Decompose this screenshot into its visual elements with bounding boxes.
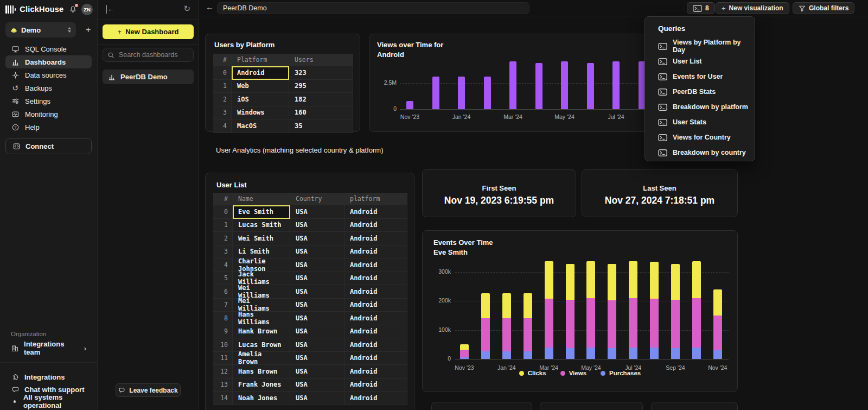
table-cell[interactable]: Windows [232, 106, 289, 120]
table-cell[interactable]: Android [344, 338, 407, 352]
bar-segment-clicks[interactable] [481, 293, 490, 318]
dashboard-search[interactable] [103, 48, 194, 62]
bar-segment-views[interactable] [502, 318, 511, 351]
bar-segment-views[interactable] [566, 300, 575, 348]
refresh-icon[interactable]: ↻ [183, 4, 190, 14]
new-visualization-button[interactable]: + New visualization [716, 2, 789, 14]
query-item[interactable]: Views by Platform by Day [658, 39, 750, 54]
table-row[interactable]: 2iOS182 [213, 93, 353, 106]
table-cell[interactable]: Lucas Brown [233, 338, 290, 352]
query-item[interactable]: User Stats [658, 115, 750, 130]
bar-segment-clicks[interactable] [460, 344, 469, 350]
table-cell[interactable]: Android [344, 379, 407, 392]
table-cell[interactable]: Amelia Brown [233, 352, 290, 365]
bar[interactable] [432, 77, 439, 109]
avatar[interactable]: ZN [81, 4, 93, 15]
bar-segment-views[interactable] [524, 318, 532, 351]
sidebar-item-sql-console[interactable]: SQL Console [5, 42, 92, 55]
table-row[interactable]: 3Li SmithUSAAndroid [213, 245, 407, 259]
bar-segment-purchases[interactable] [481, 351, 490, 359]
table-cell[interactable]: USA [290, 245, 344, 259]
legend-item-purchases[interactable]: Purchases [601, 370, 641, 376]
sidebar-item-integrations[interactable]: Integrations [5, 371, 92, 383]
table-cell[interactable]: Android [232, 66, 289, 80]
table-cell[interactable]: USA [290, 219, 344, 232]
table-cell[interactable]: Android [344, 219, 407, 232]
sidebar-item-dashboards[interactable]: Dashboards [5, 55, 92, 68]
bar[interactable] [484, 77, 491, 109]
sidebar-item-backups[interactable]: ↺ Backups [5, 81, 92, 94]
collapse-panel-icon[interactable]: ← [106, 5, 114, 14]
table-cell[interactable]: USA [290, 232, 344, 245]
table-row[interactable]: 4MacOS35 [213, 119, 353, 133]
bar-segment-views[interactable] [671, 300, 680, 348]
bar-segment-purchases[interactable] [692, 348, 701, 359]
bar-segment-purchases[interactable] [586, 348, 595, 359]
sidebar-item-integrations-team[interactable]: Integrations team › [5, 342, 92, 354]
table-cell[interactable]: USA [290, 205, 344, 219]
workspace-select[interactable]: Demo [5, 22, 76, 37]
table-cell[interactable]: Web [232, 80, 289, 93]
add-service-button[interactable]: + [81, 25, 95, 35]
query-item[interactable]: Breakdown by country [658, 145, 750, 160]
table-cell[interactable]: USA [290, 352, 344, 365]
system-status-item[interactable]: All systems operational [5, 395, 92, 407]
bar-segment-purchases[interactable] [460, 357, 469, 359]
bar-segment-clicks[interactable] [713, 289, 722, 316]
table-row[interactable]: 7Mei WilliamsUSAAndroid [213, 299, 407, 312]
table-cell[interactable]: Mei Williams [233, 299, 290, 312]
notifications-bell-icon[interactable] [69, 5, 78, 14]
query-item[interactable]: User List [658, 54, 750, 69]
table-cell[interactable]: USA [290, 325, 344, 339]
table-cell[interactable]: USA [290, 272, 344, 286]
table-cell[interactable]: 295 [289, 80, 353, 93]
bar[interactable] [535, 63, 542, 109]
dashboard-list-item[interactable]: PeerDB Demo [103, 70, 194, 84]
leave-feedback-button[interactable]: Leave feedback [116, 383, 181, 397]
table-cell[interactable]: Frank Jones [233, 379, 290, 392]
table-cell[interactable]: USA [290, 299, 344, 312]
table-cell[interactable]: MacOS [232, 119, 289, 133]
sidebar-item-help[interactable]: ? Help [5, 121, 92, 134]
bar[interactable] [612, 61, 620, 109]
table-cell[interactable]: Hans Brown [233, 365, 290, 379]
query-item[interactable]: PeerDB Stats [658, 84, 750, 99]
bar-segment-views[interactable] [713, 316, 722, 350]
bar-segment-views[interactable] [650, 299, 659, 348]
table-cell[interactable]: USA [290, 285, 344, 299]
table-cell[interactable]: USA [290, 379, 344, 392]
bar-segment-purchases[interactable] [671, 348, 680, 359]
table-cell[interactable]: Android [344, 205, 407, 219]
bar[interactable] [561, 61, 568, 109]
table-cell[interactable]: 323 [289, 66, 353, 80]
table-cell[interactable]: iOS [232, 93, 289, 106]
bar-segment-views[interactable] [460, 350, 469, 357]
bar-segment-clicks[interactable] [566, 264, 575, 300]
bar-segment-purchases[interactable] [502, 351, 511, 359]
table-cell[interactable]: Android [344, 285, 407, 299]
table-row[interactable]: 10Lucas BrownUSAAndroid [213, 338, 407, 352]
table-cell[interactable]: 160 [289, 106, 353, 120]
table-cell[interactable]: Jack Williams [233, 272, 290, 286]
table-cell[interactable]: Android [344, 325, 407, 339]
bar-segment-views[interactable] [586, 298, 595, 348]
table-cell[interactable]: USA [290, 365, 344, 379]
bar-segment-purchases[interactable] [566, 348, 575, 359]
bar-segment-clicks[interactable] [650, 262, 659, 299]
table-cell[interactable]: Android [344, 299, 407, 312]
table-cell[interactable]: Android [344, 258, 407, 272]
bar-segment-views[interactable] [545, 299, 553, 348]
table-cell[interactable]: USA [290, 392, 344, 405]
table-cell[interactable]: Android [344, 352, 407, 365]
bar-segment-views[interactable] [481, 318, 490, 351]
table-cell[interactable]: Android [344, 272, 407, 286]
bar-segment-clicks[interactable] [692, 261, 701, 298]
table-cell[interactable]: Android [344, 245, 407, 259]
bar-segment-purchases[interactable] [650, 348, 659, 359]
table-row[interactable]: 2Wei SmithUSAAndroid [213, 232, 407, 245]
table-cell[interactable]: Eve Smith [233, 205, 290, 219]
table-row[interactable]: 8Hans WilliamsUSAAndroid [213, 312, 407, 325]
back-arrow-icon[interactable]: ← [206, 2, 214, 11]
table-cell[interactable]: Noah Jones [233, 392, 290, 405]
table-row[interactable]: 9Hank BrownUSAAndroid [213, 325, 407, 339]
